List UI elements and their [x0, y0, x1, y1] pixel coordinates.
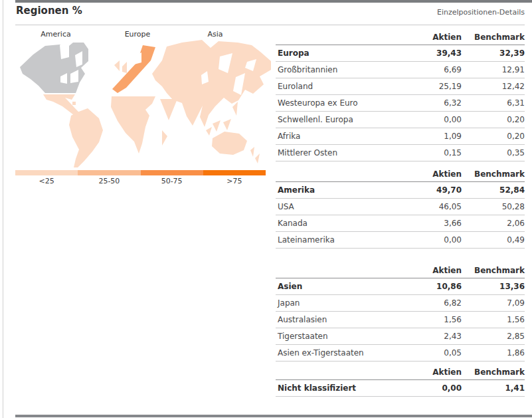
legend-label-3: >75 — [203, 177, 266, 185]
row-aktien-value: 2,43 — [405, 332, 462, 341]
row-aktien-value: 6,32 — [405, 98, 462, 108]
table-row: Asien ex-Tigerstaaten0,051,86 — [276, 345, 525, 362]
row-aktien-value: 39,43 — [405, 49, 462, 58]
world-map-panel: America Europe Asia — [15, 30, 266, 189]
table-row: USA46,0550,28 — [276, 199, 525, 215]
world-map — [13, 37, 272, 169]
row-benchmark-value: 1,41 — [462, 383, 525, 393]
column-header-benchmark: Benchmark — [462, 266, 525, 278]
row-benchmark-value: 0,20 — [462, 115, 525, 124]
map-region-north-america — [20, 43, 88, 93]
row-label: Euroland — [276, 82, 405, 91]
table-nicht-klassifiziert: AktienBenchmarkNicht klassifiziert0,001,… — [276, 365, 525, 397]
left-border-line — [3, 0, 3, 418]
details-link[interactable]: Einzelpositionen-Details — [437, 8, 525, 17]
table-row: Nicht klassifiziert0,001,41 — [276, 380, 525, 397]
row-label: Tigerstaaten — [276, 332, 405, 341]
table-row: Afrika1,090,20 — [276, 128, 525, 145]
row-aktien-value: 49,70 — [405, 185, 462, 195]
row-benchmark-value: 0,49 — [462, 235, 525, 245]
map-region-australia — [212, 132, 260, 163]
row-aktien-value: 0,15 — [405, 148, 462, 157]
row-aktien-value: 25,19 — [405, 82, 462, 91]
row-label: Asien — [276, 282, 405, 291]
column-header-aktien: Aktien — [405, 266, 462, 278]
map-region-west-europe-isles — [114, 60, 127, 73]
row-benchmark-value: 12,42 — [462, 82, 525, 91]
table-amerika: AktienBenchmarkAmerika49,7052,84USA46,05… — [276, 167, 525, 249]
row-label: Schwellenl. Europa — [276, 115, 405, 124]
row-label: Mittlerer Osten — [276, 148, 405, 157]
legend-segment-2 — [141, 170, 203, 175]
map-region-africa — [111, 96, 177, 154]
row-aktien-value: 0,00 — [405, 115, 462, 124]
table-asien: AktienBenchmarkAsien10,8613,36Japan6,827… — [276, 263, 525, 362]
column-header-aktien: Aktien — [405, 169, 462, 181]
top-divider-bar — [15, 0, 532, 3]
row-label: USA — [276, 202, 405, 211]
map-legend-bar — [15, 170, 266, 175]
page-title: Regionen % — [16, 5, 82, 17]
title-separator — [15, 25, 525, 25]
row-aktien-value: 1,09 — [405, 132, 462, 141]
table-row: Australasien1,561,56 — [276, 312, 525, 328]
row-aktien-value: 0,05 — [405, 348, 462, 358]
row-aktien-value: 0,00 — [405, 235, 462, 245]
legend-segment-0 — [15, 170, 78, 175]
row-aktien-value: 0,00 — [405, 383, 462, 393]
row-benchmark-value: 52,84 — [462, 185, 525, 195]
map-legend-labels: <2525-5050-75>75 — [15, 177, 266, 185]
row-benchmark-value: 2,06 — [462, 219, 525, 228]
bottom-divider-bar — [15, 415, 532, 417]
table-row: Lateinamerika0,000,49 — [276, 232, 525, 249]
row-benchmark-value: 1,56 — [462, 315, 525, 324]
table-row: Asien10,8613,36 — [276, 278, 525, 295]
table-row: Schwellenl. Europa0,000,20 — [276, 112, 525, 128]
table-row: Westeuropa ex Euro6,326,31 — [276, 95, 525, 112]
table-row: Euroland25,1912,42 — [276, 78, 525, 95]
row-label: Japan — [276, 298, 405, 308]
table-europa: AktienBenchmarkEuropa39,4332,39Großbrita… — [276, 30, 525, 161]
row-aktien-value: 3,66 — [405, 219, 462, 228]
row-aktien-value: 1,56 — [405, 315, 462, 324]
row-label: Kanada — [276, 219, 405, 228]
legend-segment-3 — [203, 170, 266, 175]
row-label: Europa — [276, 49, 405, 58]
header-spacer — [276, 179, 405, 181]
row-label: Asien ex-Tigerstaaten — [276, 348, 405, 358]
column-header-aktien: Aktien — [405, 367, 462, 379]
row-label: Nicht klassifiziert — [276, 383, 405, 393]
row-label: Amerika — [276, 185, 405, 195]
row-label: Großbritannien — [276, 65, 405, 74]
table-header-row: AktienBenchmark — [276, 365, 525, 380]
legend-label-1: 25-50 — [78, 177, 140, 185]
column-header-benchmark: Benchmark — [462, 169, 525, 181]
header-spacer — [276, 42, 405, 45]
row-label: Westeuropa ex Euro — [276, 98, 405, 108]
row-benchmark-value: 2,85 — [462, 332, 525, 341]
row-aktien-value: 6,82 — [405, 298, 462, 308]
column-header-benchmark: Benchmark — [462, 33, 525, 45]
header-spacer — [276, 377, 405, 379]
table-row: Mittlerer Osten0,150,35 — [276, 145, 525, 161]
legend-segment-1 — [78, 170, 140, 175]
row-label: Australasien — [276, 315, 405, 324]
table-header-row: AktienBenchmark — [276, 167, 525, 182]
legend-label-2: 50-75 — [141, 177, 203, 185]
row-aktien-value: 10,86 — [405, 282, 462, 291]
row-aktien-value: 46,05 — [405, 202, 462, 211]
table-row: Kanada3,662,06 — [276, 215, 525, 232]
row-benchmark-value: 13,36 — [462, 282, 525, 291]
row-label: Afrika — [276, 132, 405, 141]
row-benchmark-value: 7,09 — [462, 298, 525, 308]
row-benchmark-value: 1,86 — [462, 348, 525, 358]
row-label: Lateinamerika — [276, 235, 405, 245]
table-row: Amerika49,7052,84 — [276, 182, 525, 199]
map-region-latin-america — [43, 94, 103, 167]
row-benchmark-value: 6,31 — [462, 98, 525, 108]
table-row: Europa39,4332,39 — [276, 45, 525, 62]
table-row: Tigerstaaten2,432,85 — [276, 328, 525, 345]
row-benchmark-value: 50,28 — [462, 202, 525, 211]
row-aktien-value: 6,69 — [405, 65, 462, 74]
column-header-aktien: Aktien — [405, 33, 462, 45]
